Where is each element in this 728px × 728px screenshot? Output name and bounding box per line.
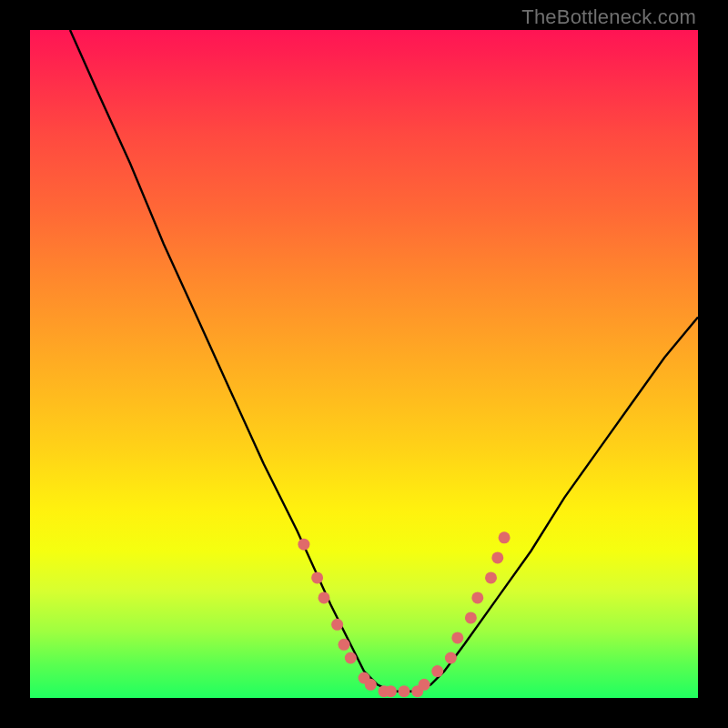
marker-dot bbox=[345, 652, 357, 664]
marker-dot bbox=[491, 551, 503, 563]
highlight-dots bbox=[298, 531, 510, 697]
marker-dot bbox=[419, 679, 430, 691]
plot-area bbox=[30, 30, 698, 698]
marker-dot bbox=[485, 571, 497, 583]
marker-dot bbox=[365, 679, 377, 691]
marker-dot bbox=[339, 639, 350, 651]
watermark-text: TheBottleneck.com bbox=[521, 5, 696, 29]
marker-dot bbox=[465, 612, 477, 623]
chart-frame: TheBottleneck.com bbox=[0, 0, 728, 728]
marker-dot bbox=[385, 685, 397, 697]
bottleneck-curve bbox=[70, 30, 698, 692]
marker-dot bbox=[431, 665, 443, 677]
marker-dot bbox=[499, 531, 511, 543]
marker-dot bbox=[311, 571, 323, 583]
marker-dot bbox=[399, 685, 410, 697]
marker-dot bbox=[471, 592, 483, 603]
marker-dot bbox=[451, 632, 463, 643]
marker-dot bbox=[445, 652, 457, 664]
marker-dot bbox=[331, 619, 343, 631]
marker-dot bbox=[298, 539, 309, 551]
marker-dot bbox=[318, 592, 330, 603]
chart-svg bbox=[30, 30, 698, 698]
